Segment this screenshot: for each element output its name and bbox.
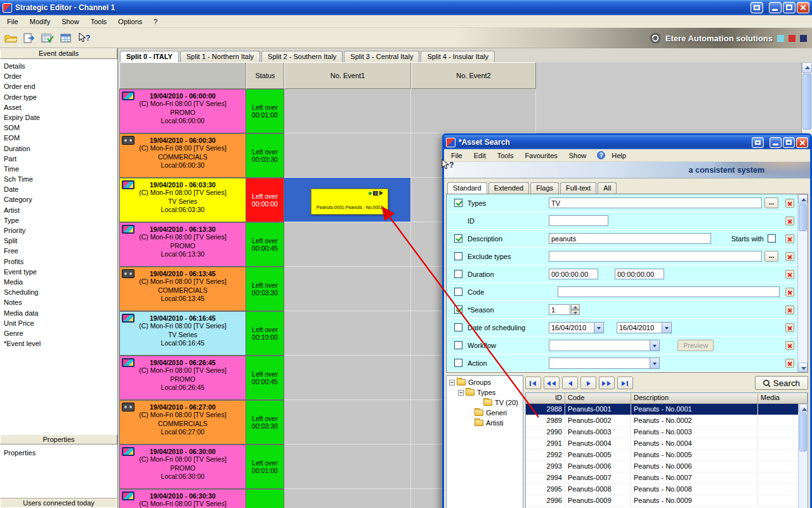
menu-item[interactable]: Modify (25, 17, 55, 27)
status-cell[interactable]: Left over 00:00:00 (246, 178, 284, 222)
status-cell[interactable]: Left over 00:01:00 (246, 89, 284, 133)
exclude-types-browse-button[interactable]: ... (764, 251, 778, 262)
menu-item[interactable]: ? (149, 17, 162, 27)
dialog-tab[interactable]: Extended (488, 182, 529, 194)
split-tab[interactable]: Split 4 - Insular Italy (421, 51, 495, 62)
date-scheduling-clear-button[interactable] (785, 323, 794, 332)
status-cell[interactable]: Left over 00:00:45 (246, 222, 284, 267)
dialog-menu-item[interactable]: Show (565, 150, 591, 161)
no-event1-cell[interactable] (284, 222, 411, 267)
preview-button[interactable]: Preview (678, 340, 714, 351)
menu-item[interactable]: Options (114, 17, 147, 27)
sidebar-item[interactable]: Profits (4, 257, 117, 267)
types-browse-button[interactable]: ... (764, 197, 778, 208)
event-cell[interactable]: 19/04/2010 - 06:30:00 (C) Mon-Fri 08:00 … (119, 444, 246, 489)
export-button[interactable] (21, 30, 37, 46)
spin-up-icon[interactable] (571, 304, 580, 310)
sidebar-item[interactable]: SOM (4, 123, 117, 133)
tree-item[interactable]: Generi (447, 408, 523, 418)
record-nav-button[interactable] (617, 377, 633, 389)
scroll-thumb[interactable] (802, 74, 811, 130)
no-event1-cell[interactable] (284, 133, 411, 178)
custom-window-button[interactable] (750, 2, 763, 13)
dropdown-arrow-icon[interactable] (650, 340, 659, 351)
sidebar-item[interactable]: Date (4, 184, 117, 194)
event-cell[interactable]: 19/04/2010 - 06:00:00 (C) Mon-Fri 08:00 … (119, 89, 246, 133)
dialog-tab[interactable]: Standard (447, 182, 487, 194)
sidebar-item[interactable]: Media data (4, 308, 117, 318)
form-scrollbar[interactable] (797, 194, 808, 372)
tree-expand-icon[interactable] (458, 390, 464, 396)
event-cell[interactable]: 19/04/2010 - 06:26:45 (C) Mon-Fri 08:00 … (119, 356, 246, 400)
sidebar-item[interactable]: Part (4, 154, 117, 164)
dialog-menu-item[interactable]: Edit (469, 150, 490, 161)
tree-item[interactable]: Artisti (447, 418, 523, 428)
search-button[interactable]: Search (755, 376, 808, 390)
status-cell[interactable]: Left over 00:10:00 (246, 311, 284, 356)
date-to-combo[interactable]: 16/04/2010 (617, 322, 672, 333)
dialog-tab[interactable]: Flags (530, 182, 559, 194)
types-clear-button[interactable] (785, 199, 794, 208)
season-clear-button[interactable] (785, 305, 794, 314)
sidebar-item[interactable]: EOM (4, 133, 117, 143)
sidebar-item[interactable]: Order (4, 71, 117, 81)
split-tab[interactable]: Split 3 - Central Italy (344, 51, 419, 62)
no-event1-cell[interactable] (284, 267, 411, 311)
exclude-types-checkbox[interactable] (454, 252, 462, 260)
dropdown-arrow-icon[interactable] (594, 323, 603, 333)
sidebar-item[interactable]: Media (4, 277, 117, 287)
table-view-button[interactable] (58, 30, 74, 46)
season-input[interactable] (549, 304, 570, 315)
sidebar-item[interactable]: Duration (4, 144, 117, 154)
menu-item[interactable]: File (3, 17, 23, 27)
sidebar-item[interactable]: Time (4, 164, 117, 174)
code-input[interactable] (558, 286, 780, 297)
minimize-button[interactable] (769, 2, 782, 13)
tree-item[interactable]: TV (20) (447, 398, 523, 408)
results-scroll-thumb[interactable] (799, 413, 807, 451)
dropdown-arrow-icon[interactable] (662, 323, 671, 333)
users-connected-bar[interactable]: Users connected today (0, 498, 117, 508)
dragged-event-chip[interactable]: Peanuts-0001-Peanuts - No.0001 (311, 189, 388, 215)
dialog-maximize-button[interactable] (783, 137, 795, 148)
split-tab[interactable]: Split 1 - Northern Italy (180, 51, 260, 62)
dialog-custom-button[interactable] (752, 137, 764, 148)
id-input[interactable] (549, 215, 608, 226)
sidebar-item[interactable]: Event type (4, 267, 117, 277)
season-checkbox[interactable] (454, 305, 462, 314)
workflow-combo[interactable] (549, 340, 660, 351)
no-event1-cell[interactable] (284, 444, 411, 489)
dialog-close-button[interactable] (796, 137, 808, 148)
column-header-media[interactable]: Media (758, 393, 808, 404)
spin-down-icon[interactable] (571, 310, 580, 316)
sidebar-item[interactable]: Free (4, 246, 117, 256)
duration-clear-button[interactable] (785, 270, 794, 279)
event-cell[interactable]: 19/04/2010 - 06:27:00 (C) Mon-Fri 08:00 … (119, 400, 246, 444)
scroll-up-button[interactable] (802, 62, 812, 73)
menu-item[interactable]: Tools (86, 17, 112, 27)
sidebar-item[interactable]: Priority (4, 225, 117, 236)
types-input[interactable] (549, 197, 762, 208)
form-scroll-down[interactable] (798, 363, 808, 372)
event-cell[interactable]: 19/04/2010 - 06:13:30 (C) Mon-Fri 08:00 … (119, 222, 246, 267)
dialog-tab[interactable]: All (598, 182, 617, 194)
dropdown-arrow-icon[interactable] (650, 358, 659, 368)
action-combo[interactable] (549, 358, 660, 369)
status-cell[interactable]: Left over 00:01:00 (246, 444, 284, 489)
no-event1-cell[interactable] (284, 489, 411, 508)
form-scroll-up[interactable] (798, 194, 808, 204)
event-cell[interactable]: 19/04/2010 - 06:00:30 (C) Mon-Fri 08:00 … (119, 133, 246, 178)
sidebar-item[interactable]: Split (4, 236, 117, 246)
date-scheduling-checkbox[interactable] (454, 323, 462, 331)
duration-to-input[interactable] (615, 269, 664, 279)
results-scroll-up[interactable] (799, 404, 808, 413)
split-tab[interactable]: Split 2 - Southern Italy (261, 51, 343, 62)
starts-with-checkbox[interactable] (768, 234, 776, 243)
record-nav-button[interactable] (580, 377, 596, 389)
status-cell[interactable]: Left over 00:03:30 (246, 400, 284, 444)
result-row[interactable]: 2994 Peanuts-0007 Peanuts - No.0007 (526, 472, 808, 484)
tree-expand-icon[interactable] (449, 380, 455, 385)
dialog-tab[interactable]: Full-text (560, 182, 596, 194)
status-cell[interactable]: Left over 00:03:30 (246, 267, 284, 311)
dialog-menu-help[interactable]: Help (607, 150, 631, 161)
